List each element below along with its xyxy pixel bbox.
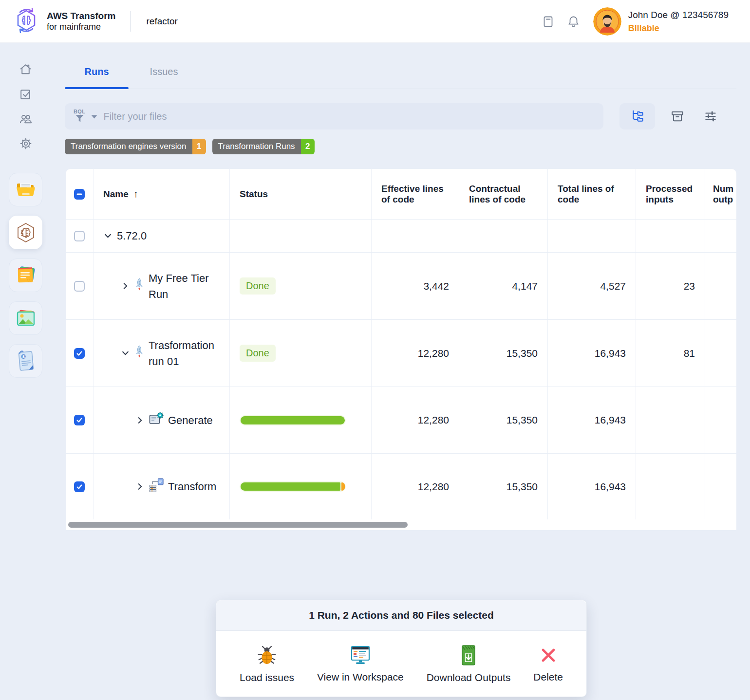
chevron-down-icon[interactable] bbox=[121, 349, 130, 358]
column-label: Name bbox=[103, 189, 129, 200]
app-title: AWS Transform bbox=[47, 10, 115, 22]
filter-chip-transformation-runs[interactable]: Transformation Runs 2 bbox=[212, 139, 315, 154]
table-row-version-group[interactable]: 5.72.0 bbox=[66, 219, 736, 252]
table-header-row: Name ↑ Status Effective lines of code Co… bbox=[66, 169, 736, 219]
effective-loc-value: 3,442 bbox=[372, 253, 459, 319]
progress-green-segment bbox=[241, 482, 340, 491]
download-outputs-button[interactable]: Download Outputs bbox=[427, 645, 511, 683]
effective-loc-value: 12,280 bbox=[372, 387, 459, 453]
table-row-action[interactable]: Transform 12,280 15,350 16,943 bbox=[66, 453, 736, 519]
delete-x-icon bbox=[538, 645, 559, 667]
chevron-right-icon[interactable] bbox=[135, 416, 145, 425]
page: AWS Transform for mainframe refactor bbox=[0, 0, 750, 700]
aws-transform-logo-icon bbox=[14, 8, 39, 35]
user-avatar[interactable] bbox=[593, 7, 621, 36]
filter-mode-caret-icon[interactable] bbox=[91, 112, 97, 121]
settings-icon[interactable] bbox=[19, 137, 33, 150]
top-header: AWS Transform for mainframe refactor bbox=[0, 0, 750, 43]
action-label: Load issues bbox=[240, 672, 294, 683]
horizontal-scrollbar-track bbox=[66, 519, 736, 530]
progress-bar bbox=[240, 481, 346, 492]
column-header-status[interactable]: Status bbox=[230, 169, 372, 219]
total-loc-value: 16,943 bbox=[548, 320, 636, 387]
chevron-right-icon[interactable] bbox=[135, 482, 145, 491]
action-label: Delete bbox=[533, 671, 563, 683]
view-in-workspace-button[interactable]: View in Workspace bbox=[317, 645, 404, 683]
user-info[interactable]: John Doe @ 123456789 Billable bbox=[628, 8, 729, 35]
filter-files-input[interactable] bbox=[103, 111, 595, 122]
left-sidebar: $ bbox=[0, 43, 51, 700]
home-icon[interactable] bbox=[19, 62, 33, 76]
sliders-icon[interactable] bbox=[700, 106, 721, 127]
chevron-down-icon[interactable] bbox=[103, 231, 112, 240]
billable-badge: Billable bbox=[628, 22, 729, 35]
tree-view-icon[interactable] bbox=[619, 103, 655, 129]
runs-table: Name ↑ Status Effective lines of code Co… bbox=[66, 169, 736, 530]
user-name: John Doe @ 123456789 bbox=[628, 8, 729, 22]
column-header-total-loc[interactable]: Total lines of code bbox=[548, 169, 636, 219]
table-row-run[interactable]: Trasformation run 01 Done 12,280 15,350 … bbox=[66, 319, 736, 387]
total-loc-value: 4,527 bbox=[548, 253, 636, 319]
action-name: Generate bbox=[168, 412, 213, 428]
filter-input-wrap: BQL bbox=[65, 103, 603, 129]
folder-card-icon[interactable] bbox=[9, 173, 42, 206]
images-card-icon[interactable] bbox=[9, 301, 42, 335]
column-header-contractual-loc[interactable]: Contractual lines of code bbox=[459, 169, 548, 219]
chip-label: Transformation Runs bbox=[212, 139, 301, 154]
chevron-right-icon[interactable] bbox=[121, 281, 130, 291]
brain-hexagon-icon[interactable] bbox=[9, 216, 42, 249]
notes-card-icon[interactable] bbox=[9, 258, 42, 292]
bug-icon bbox=[256, 645, 278, 668]
load-issues-button[interactable]: Load issues bbox=[240, 645, 294, 683]
docs-icon[interactable] bbox=[536, 16, 561, 28]
table-row-action[interactable]: Generate 12,280 15,350 16,943 bbox=[66, 387, 736, 453]
bell-icon[interactable] bbox=[561, 15, 586, 28]
contractual-loc-value: 15,350 bbox=[459, 320, 548, 387]
row-checkbox[interactable] bbox=[74, 481, 85, 492]
invoice-card-icon[interactable]: $ bbox=[9, 344, 42, 378]
run-name: Trasformation run 01 bbox=[149, 337, 223, 369]
selection-action-panel: 1 Run, 2 Actions and 80 Files selected bbox=[216, 600, 587, 697]
header-divider bbox=[130, 11, 131, 32]
tab-runs[interactable]: Runs bbox=[65, 57, 129, 88]
contractual-loc-value: 15,350 bbox=[459, 387, 548, 453]
select-all-checkbox[interactable] bbox=[74, 189, 85, 200]
row-checkbox[interactable] bbox=[74, 231, 85, 241]
app-logo-block: AWS Transform for mainframe refactor bbox=[14, 8, 178, 35]
effective-loc-value: 12,280 bbox=[372, 320, 459, 387]
column-header-processed-inputs[interactable]: Processed inputs bbox=[636, 169, 705, 219]
total-loc-value: 16,943 bbox=[548, 387, 636, 453]
users-icon[interactable] bbox=[19, 112, 33, 126]
archive-icon[interactable] bbox=[667, 106, 688, 127]
action-name: Transform bbox=[168, 479, 216, 495]
row-checkbox[interactable] bbox=[74, 281, 85, 292]
row-checkbox[interactable] bbox=[74, 415, 85, 425]
chip-count: 2 bbox=[301, 139, 315, 154]
download-icon bbox=[458, 645, 479, 668]
column-header-name[interactable]: Name ↑ bbox=[94, 169, 230, 219]
horizontal-scrollbar[interactable] bbox=[68, 522, 408, 528]
transform-icon bbox=[149, 478, 164, 495]
table-row-run[interactable]: My Free Tier Run Done 3,442 4,147 4,527 … bbox=[66, 252, 736, 319]
action-label: Download Outputs bbox=[427, 672, 511, 683]
app-subtitle: for mainframe bbox=[47, 22, 115, 33]
delete-button[interactable]: Delete bbox=[533, 645, 563, 683]
selection-summary: 1 Run, 2 Actions and 80 Files selected bbox=[216, 600, 586, 631]
status-badge: Done bbox=[240, 345, 276, 362]
active-filters: Transformation engines version 1 Transfo… bbox=[65, 139, 315, 154]
bql-label: BQL bbox=[74, 109, 85, 114]
action-label: View in Workspace bbox=[317, 671, 404, 683]
bql-funnel-icon[interactable]: BQL bbox=[74, 109, 85, 123]
effective-loc-value: 12,280 bbox=[372, 454, 459, 519]
progress-green-segment bbox=[241, 416, 345, 424]
progress-orange-segment bbox=[341, 482, 345, 491]
rocket-icon bbox=[134, 278, 144, 294]
tab-bar: Runs Issues bbox=[65, 57, 736, 89]
rocket-icon bbox=[134, 345, 144, 361]
filter-chip-engines-version[interactable]: Transformation engines version 1 bbox=[65, 139, 206, 154]
tab-issues[interactable]: Issues bbox=[129, 57, 199, 88]
column-header-effective-loc[interactable]: Effective lines of code bbox=[372, 169, 459, 219]
column-header-num-outputs[interactable]: Num outp bbox=[705, 169, 736, 219]
row-checkbox[interactable] bbox=[74, 348, 85, 359]
tasks-icon[interactable] bbox=[19, 87, 33, 101]
